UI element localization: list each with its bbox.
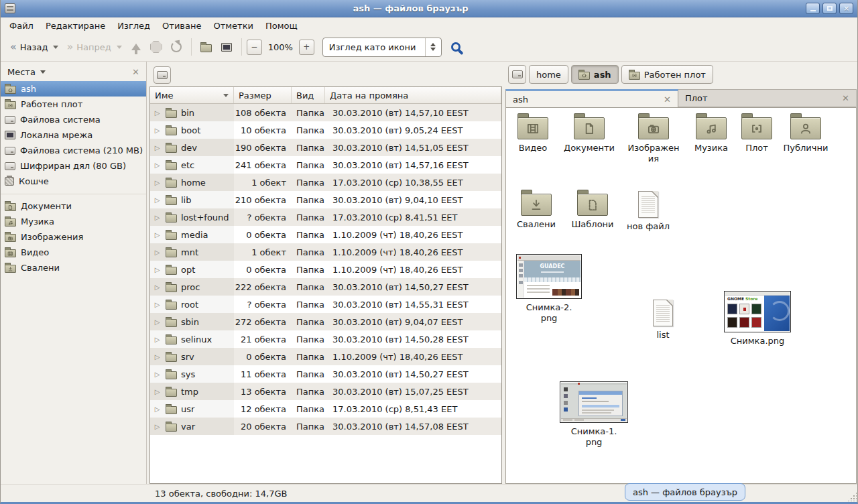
icon-item-0[interactable]: Видео [506, 113, 560, 153]
sidebar-item-2[interactable]: Файлова система [1, 112, 146, 127]
menu-item-2[interactable]: Изглед [111, 19, 156, 32]
expander-icon[interactable]: ▷ [153, 371, 162, 378]
expander-icon[interactable]: ▷ [153, 423, 162, 430]
forward-button[interactable]: » Напред [62, 36, 125, 58]
menu-item-5[interactable]: Помощ [259, 19, 304, 32]
minimize-button[interactable] [806, 3, 820, 14]
table-row[interactable]: ▷selinux21 обектаПапка30.03.2010 (вт) 14… [150, 330, 501, 348]
icon-item-8[interactable]: нов файл [621, 191, 675, 232]
forward-dropdown-icon[interactable] [117, 46, 122, 49]
menu-item-0[interactable]: Файл [3, 19, 40, 32]
sidebar-item-6[interactable]: Кошче [1, 174, 146, 189]
search-icon[interactable] [451, 42, 461, 52]
zoom-in-button[interactable]: + [299, 40, 314, 55]
expander-icon[interactable]: ▷ [153, 336, 162, 343]
sidebar-item-1[interactable]: Работен плот [1, 97, 146, 112]
expander-icon[interactable]: ▷ [153, 284, 162, 291]
expander-icon[interactable]: ▷ [153, 353, 162, 361]
table-row[interactable]: ▷var20 обектаПапка30.03.2010 (вт) 14,57,… [150, 418, 501, 435]
up-button[interactable] [126, 37, 146, 57]
expander-icon[interactable]: ▷ [153, 266, 162, 273]
path-button-home[interactable]: home [529, 65, 568, 84]
computer-button[interactable] [217, 37, 237, 57]
icon-item-9[interactable]: GUADECСнимка-2. png [513, 254, 585, 324]
menu-item-1[interactable]: Редактиране [40, 19, 111, 32]
sidebar-close-icon[interactable]: ✕ [132, 67, 139, 77]
table-row[interactable]: ▷lost+found? обектаПапка17.03.2010 (ср) … [150, 208, 501, 226]
column-header-modified[interactable]: Дата на промяна [325, 87, 501, 103]
maximize-button[interactable] [822, 3, 837, 14]
sidebar-item-8[interactable]: Документи [1, 198, 146, 214]
expander-icon[interactable]: ▷ [153, 214, 162, 221]
view-mode-spinner[interactable] [425, 38, 441, 56]
back-dropdown-icon[interactable] [53, 46, 58, 49]
table-row[interactable]: ▷tmp13 обектаПапка30.03.2010 (вт) 15,07,… [150, 383, 501, 400]
stop-button[interactable] [146, 37, 166, 57]
path-button-root[interactable] [508, 65, 526, 84]
menu-item-3[interactable]: Отиване [156, 19, 207, 32]
menu-item-4[interactable]: Отметки [207, 19, 259, 32]
path-button-Работен плот[interactable]: Работен плот [621, 65, 713, 84]
chevron-down-icon[interactable] [40, 70, 46, 74]
expander-icon[interactable]: ▷ [153, 127, 162, 134]
column-header-name[interactable]: Име [150, 87, 234, 103]
icon-item-12[interactable]: Снимка-1. png [557, 381, 631, 448]
icon-item-4[interactable]: Плот [733, 113, 781, 153]
table-row[interactable]: ▷dev190 обектаПапка30.03.2010 (вт) 14,51… [150, 139, 501, 156]
expander-icon[interactable]: ▷ [153, 162, 162, 169]
icon-item-11[interactable]: GNOMEStoreСнимка.png [721, 291, 794, 346]
reload-button[interactable] [166, 37, 186, 57]
view-mode-select[interactable]: Изглед като икони [322, 38, 442, 57]
expander-icon[interactable]: ▷ [153, 301, 162, 308]
expander-icon[interactable]: ▷ [153, 249, 162, 256]
table-row[interactable]: ▷root? обектаПапка30.03.2010 (вт) 14,55,… [150, 296, 501, 313]
table-row[interactable]: ▷media0 обектаПапка1.10.2009 (чт) 18,40,… [150, 226, 501, 243]
tab-ash[interactable]: ash ✕ [505, 89, 678, 107]
expander-icon[interactable]: ▷ [153, 318, 162, 326]
expander-icon[interactable]: ▷ [153, 196, 162, 204]
column-header-size[interactable]: Размер [234, 87, 292, 103]
table-row[interactable]: ▷proc222 обектаПапка30.03.2010 (вт) 14,5… [150, 278, 501, 296]
icon-item-6[interactable]: Свалени [509, 190, 563, 230]
icon-item-2[interactable]: Изображен ия [621, 113, 686, 164]
tab-close-icon[interactable]: ✕ [842, 93, 849, 103]
column-header-type[interactable]: Вид [292, 87, 325, 103]
sidebar-item-12[interactable]: Свалени [1, 260, 146, 275]
icon-view[interactable]: ВидеоДокументиИзображен ияМузикаПлотПубл… [505, 107, 857, 484]
sidebar-item-3[interactable]: Локална мрежа [1, 127, 146, 143]
sidebar-item-10[interactable]: Изображения [1, 229, 146, 245]
expander-icon[interactable]: ▷ [153, 231, 162, 239]
home-button[interactable] [196, 37, 217, 57]
table-row[interactable]: ▷usr12 обектаПапка17.03.2010 (ср) 8,51,4… [150, 400, 501, 418]
sidebar-title[interactable]: Места [7, 67, 36, 77]
close-button[interactable]: × [839, 3, 853, 14]
table-row[interactable]: ▷boot10 обектаПапка30.03.2010 (вт) 9,05,… [150, 121, 501, 139]
sidebar-item-5[interactable]: Шифриран дял (80 GB) [1, 158, 146, 174]
tab-close-icon[interactable]: ✕ [664, 94, 671, 105]
table-row[interactable]: ▷etc241 обектаПапка30.03.2010 (вт) 14,57… [150, 156, 501, 174]
expander-icon[interactable]: ▷ [153, 144, 162, 151]
expander-icon[interactable]: ▷ [153, 388, 162, 395]
icon-item-1[interactable]: Документи [561, 113, 617, 153]
icon-item-3[interactable]: Музика [684, 113, 738, 153]
sidebar-item-9[interactable]: Музика [1, 214, 146, 229]
expander-icon[interactable]: ▷ [153, 109, 162, 117]
zoom-out-button[interactable]: − [247, 40, 262, 55]
table-row[interactable]: ▷opt0 обектаПапка1.10.2009 (чт) 18,40,26… [150, 261, 501, 278]
sidebar-item-11[interactable]: Видео [1, 245, 146, 260]
expander-icon[interactable]: ▷ [153, 179, 162, 186]
root-location-button[interactable] [154, 66, 171, 84]
sidebar-item-0[interactable]: ash [1, 81, 146, 97]
table-row[interactable]: ▷sys11 обектаПапка30.03.2010 (вт) 14,50,… [150, 365, 501, 383]
expander-icon[interactable]: ▷ [153, 405, 162, 413]
table-row[interactable]: ▷home1 обектПапка17.03.2010 (ср) 10,38,5… [150, 174, 501, 191]
sidebar-item-4[interactable]: Файлова система (210 MB) [1, 143, 146, 158]
table-row[interactable]: ▷mnt1 обектПапка1.10.2009 (чт) 18,40,26 … [150, 243, 501, 261]
icon-item-10[interactable]: list [636, 300, 690, 340]
back-button[interactable]: « Назад [6, 36, 62, 58]
tab-plot[interactable]: Плот ✕ [678, 89, 857, 107]
path-button-ash[interactable]: ash [571, 65, 619, 84]
icon-item-7[interactable]: Шаблони [566, 190, 619, 230]
table-row[interactable]: ▷sbin272 обектаПапка30.03.2010 (вт) 9,04… [150, 313, 501, 330]
table-row[interactable]: ▷srv0 обектаПапка1.10.2009 (чт) 18,40,26… [150, 348, 501, 365]
